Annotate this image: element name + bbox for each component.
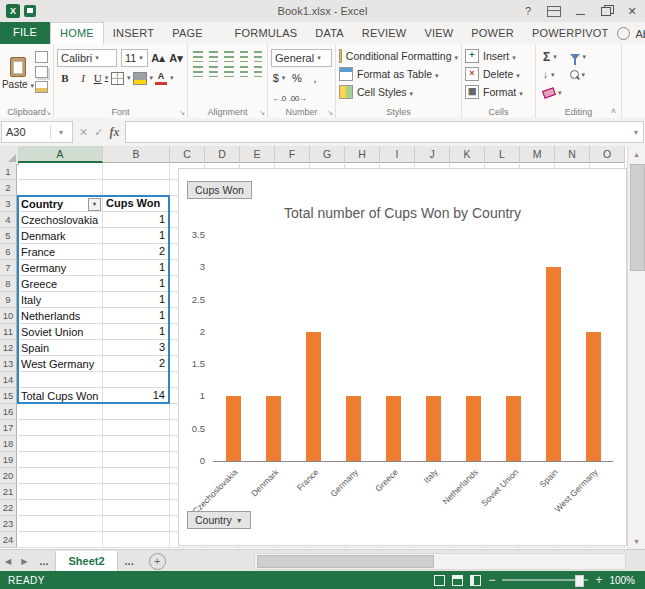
account-area[interactable]: Abhishek... [617,23,645,44]
italic-button[interactable]: I [75,69,91,87]
row-header-24[interactable]: 24 [0,532,17,548]
autosum-button[interactable]: Σ [543,49,562,64]
zoom-in-button[interactable]: + [595,573,602,587]
row-header-12[interactable]: 12 [0,340,17,356]
align-top-icon[interactable] [193,51,203,62]
row-header-9[interactable]: 9 [0,292,17,308]
column-header-K[interactable]: K [450,146,485,163]
vertical-scrollbar[interactable]: ▲ ▼ [627,146,645,549]
normal-view-icon[interactable] [434,575,445,586]
wrap-text-icon[interactable] [254,51,262,62]
country-filter-button[interactable] [88,198,101,211]
row-header-5[interactable]: 5 [0,228,17,244]
percent-style-button[interactable]: % [289,69,305,87]
tab-formulas[interactable]: FORMULAS [226,23,307,44]
sort-filter-button[interactable] [570,49,587,64]
align-right-icon[interactable] [224,66,234,77]
page-layout-view-icon[interactable] [452,575,463,586]
zoom-level[interactable]: 100% [609,575,635,586]
column-header-E[interactable]: E [240,146,275,163]
orientation-icon[interactable] [240,51,248,62]
font-dialog-launcher[interactable]: ↘ [179,109,185,116]
cut-icon[interactable] [35,51,48,63]
chart-bar[interactable] [266,396,281,461]
row-header-7[interactable]: 7 [0,260,17,276]
increase-font-icon[interactable]: A▴ [150,49,166,67]
merge-center-icon[interactable] [254,66,262,77]
align-center-icon[interactable] [209,66,219,77]
insert-button[interactable]: + Insert [465,47,532,65]
scroll-down-icon[interactable]: ▼ [628,533,645,549]
column-header-O[interactable]: O [590,146,625,163]
number-format-select[interactable]: General [271,49,332,67]
horizontal-scroll-thumb[interactable] [257,555,434,568]
formula-bar-expand-icon[interactable]: ▾ [629,128,643,137]
row-header-20[interactable]: 20 [0,468,17,484]
decrease-font-icon[interactable]: A▾ [168,49,184,67]
clear-button[interactable] [543,85,562,100]
pivot-chart[interactable]: Cups Won Total number of Cups Won by Cou… [178,168,627,546]
row-header-10[interactable]: 10 [0,308,17,324]
column-header-F[interactable]: F [275,146,310,163]
save-icon[interactable] [24,5,36,17]
row-header-2[interactable]: 2 [0,180,17,196]
tab-insert[interactable]: INSERT [104,23,163,44]
tab-page-layout[interactable]: PAGE LAYOUT [163,23,225,44]
row-header-22[interactable]: 22 [0,500,17,516]
row-header-1[interactable]: 1 [0,164,17,180]
format-painter-icon[interactable] [35,81,48,93]
tab-powerpivot[interactable]: POWERPIVOT [523,23,618,44]
ribbon-display-options-button[interactable] [541,0,567,22]
tab-view[interactable]: VIEW [415,23,462,44]
row-header-6[interactable]: 6 [0,244,17,260]
chart-bar[interactable] [346,396,361,461]
formula-input[interactable]: ▾ [125,121,644,143]
row-header-15[interactable]: 15 [0,388,17,404]
row-header-16[interactable]: 16 [0,404,17,420]
axis-field-button[interactable]: Country ▼ [187,511,251,529]
tab-home[interactable]: HOME [50,22,104,44]
fill-button[interactable]: ↓ [543,67,562,82]
bold-button[interactable]: B [57,69,73,87]
align-left-icon[interactable] [193,66,203,77]
tab-review[interactable]: REVIEW [353,23,416,44]
copy-icon[interactable] [35,66,48,78]
align-bottom-icon[interactable] [224,51,234,62]
chart-bar[interactable] [426,396,441,461]
collapse-ribbon-icon[interactable]: ˄ [611,106,616,116]
horizontal-scrollbar[interactable] [254,553,626,570]
row-header-14[interactable]: 14 [0,372,17,388]
chart-bar[interactable] [506,396,521,461]
column-header-L[interactable]: L [485,146,520,163]
column-header-G[interactable]: G [310,146,345,163]
find-select-button[interactable] [570,67,587,82]
cell-styles-button[interactable]: Cell Styles [339,83,458,101]
column-header-J[interactable]: J [415,146,450,163]
row-header-4[interactable]: 4 [0,212,17,228]
chart-bar[interactable] [466,396,481,461]
column-header-A[interactable]: A [18,146,103,163]
help-button[interactable]: ? [515,0,541,22]
number-dialog-launcher[interactable]: ↘ [327,109,333,116]
close-button[interactable]: ✕ [619,0,645,22]
format-as-table-button[interactable]: Format as Table [339,65,458,83]
column-header-C[interactable]: C [170,146,205,163]
minimize-button[interactable] [567,0,593,22]
hidden-sheets-right[interactable]: ... [118,555,141,567]
prev-sheet-icon[interactable]: ◀ [0,557,16,566]
fill-color-button[interactable] [133,69,154,87]
column-header-M[interactable]: M [520,146,555,163]
column-header-N[interactable]: N [555,146,590,163]
hidden-sheets-left[interactable]: ... [32,555,55,567]
zoom-slider[interactable] [502,579,588,581]
column-header-D[interactable]: D [205,146,240,163]
borders-button[interactable] [111,69,131,87]
paste-button[interactable]: Paste [3,47,33,99]
tab-data[interactable]: DATA [306,23,353,44]
chart-bar[interactable] [386,396,401,461]
row-header-13[interactable]: 13 [0,356,17,372]
comma-style-button[interactable]: , [307,69,323,87]
column-header-I[interactable]: I [380,146,415,163]
format-button[interactable]: ▦ Format [465,83,532,101]
cancel-entry-icon[interactable]: ✕ [79,126,88,139]
